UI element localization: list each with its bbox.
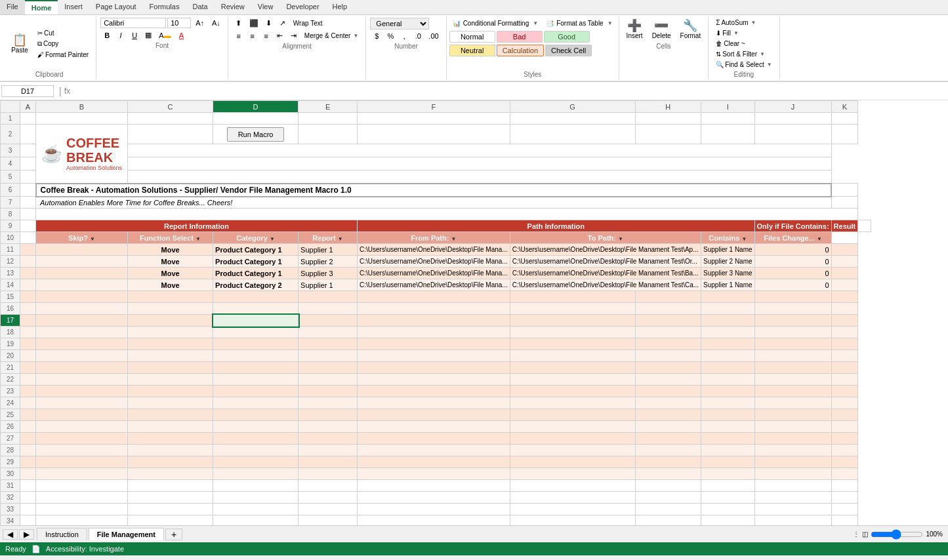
cell-b12[interactable] — [36, 256, 128, 268]
font-size-input[interactable] — [167, 18, 191, 28]
function-subheader[interactable]: Function Select ▼ — [128, 232, 213, 244]
cell-f2[interactable] — [358, 125, 510, 144]
to-path-subheader[interactable]: To Path: ▼ — [510, 232, 701, 244]
insert-button[interactable]: ➕ Insert — [623, 18, 646, 41]
cell-reference-box[interactable] — [1, 85, 54, 97]
autosum-button[interactable]: Σ AutoSum ▼ — [712, 18, 775, 28]
style-calculation[interactable]: Calculation — [497, 45, 544, 56]
cell-h13[interactable]: Supplier 3 Name — [701, 268, 754, 279]
tab-page-layout[interactable]: Page Layout — [89, 0, 143, 14]
decrease-decimal-button[interactable]: .0 — [411, 31, 424, 41]
cell-g16[interactable] — [510, 303, 635, 315]
cell-j16[interactable] — [754, 303, 831, 315]
report-subheader[interactable]: Report ▼ — [299, 232, 358, 244]
fill-button[interactable]: ⬇ Fill ▼ — [712, 28, 775, 38]
cell-c16[interactable] — [128, 303, 213, 315]
to-path-filter-arrow[interactable]: ▼ — [618, 236, 623, 242]
cell-k13[interactable] — [831, 268, 858, 279]
cell-b13[interactable] — [36, 268, 128, 279]
currency-button[interactable]: $ — [370, 31, 383, 41]
cell-g2[interactable] — [510, 125, 635, 144]
files-filter-arrow[interactable]: ▼ — [817, 236, 822, 242]
cell-f12[interactable]: C:\Users\username\OneDrive\Desktop\File … — [358, 256, 510, 268]
col-header-c[interactable]: C — [128, 101, 213, 113]
cell-d14[interactable]: Product Category 2 — [213, 279, 299, 291]
fill-color-button[interactable]: A▬ — [155, 30, 174, 41]
skip-filter-arrow[interactable]: ▼ — [90, 236, 95, 242]
cell-h2[interactable] — [635, 125, 701, 144]
cell-e12[interactable]: Supplier 2 — [299, 256, 358, 268]
cell-j17[interactable] — [754, 315, 831, 327]
style-good[interactable]: Good — [544, 31, 590, 43]
cell-c17[interactable] — [128, 315, 213, 327]
tab-home[interactable]: Home — [25, 0, 58, 14]
cell-d12[interactable]: Product Category 1 — [213, 256, 299, 268]
cell-k12[interactable] — [831, 256, 858, 268]
cell-e16[interactable] — [299, 303, 358, 315]
cell-h14[interactable]: Supplier 1 Name — [701, 279, 754, 291]
cell-e2[interactable] — [299, 125, 358, 144]
cell-c2[interactable] — [128, 125, 213, 144]
cell-i1[interactable] — [701, 113, 754, 125]
cell-d13[interactable]: Product Category 1 — [213, 268, 299, 279]
cell-k9[interactable] — [858, 220, 871, 232]
cell-k10[interactable] — [831, 232, 858, 244]
cell-c15[interactable] — [128, 291, 213, 303]
report-filter-arrow[interactable]: ▼ — [338, 236, 343, 242]
cell-d1[interactable] — [213, 113, 299, 125]
cell-k17[interactable] — [831, 315, 858, 327]
tab-review[interactable]: Review — [215, 0, 251, 14]
contains-subheader[interactable]: Contains ▼ — [701, 232, 754, 244]
cell-d16[interactable] — [213, 303, 299, 315]
align-bottom-button[interactable]: ⬇ — [262, 18, 276, 29]
cell-e15[interactable] — [299, 291, 358, 303]
cell-b16[interactable] — [36, 303, 128, 315]
category-subheader[interactable]: Category ▼ — [213, 232, 299, 244]
cell-d17[interactable] — [213, 315, 299, 327]
cell-d15[interactable] — [213, 291, 299, 303]
cell-g13[interactable]: C:\Users\username\OneDrive\Desktop\File … — [510, 268, 701, 279]
format-as-table-button[interactable]: 📑 Format as Table ▼ — [543, 18, 615, 29]
cell-a13[interactable] — [20, 268, 36, 279]
col-header-d[interactable]: D — [213, 101, 299, 113]
cell-c13[interactable]: Move — [128, 268, 213, 279]
wrap-text-button[interactable]: Wrap Text — [290, 18, 326, 28]
cell-i13[interactable]: 0 — [754, 268, 831, 279]
cell-h15[interactable] — [635, 291, 701, 303]
align-left-button[interactable]: ≡ — [232, 31, 245, 41]
cell-a2[interactable] — [20, 125, 36, 144]
style-bad[interactable]: Bad — [497, 31, 543, 43]
font-size-decrease-button[interactable]: A↓ — [209, 18, 224, 28]
cell-b11[interactable] — [36, 244, 128, 256]
align-middle-button[interactable]: ⬛ — [246, 18, 262, 29]
cell-c12[interactable]: Move — [128, 256, 213, 268]
cell-g15[interactable] — [510, 291, 635, 303]
cell-a14[interactable] — [20, 279, 36, 291]
cell-g1[interactable] — [510, 113, 635, 125]
copy-button[interactable]: ⧉ Copy — [34, 39, 92, 49]
cell-e17[interactable] — [299, 315, 358, 327]
cell-a10[interactable] — [20, 232, 36, 244]
cell-i12[interactable]: 0 — [754, 256, 831, 268]
cell-i11[interactable]: 0 — [754, 244, 831, 256]
cell-a15[interactable] — [20, 291, 36, 303]
percent-button[interactable]: % — [384, 31, 397, 41]
cell-j1[interactable] — [754, 113, 831, 125]
cell-a11[interactable] — [20, 244, 36, 256]
sheet-area[interactable]: A B C D E F G H I J K 1 — [0, 100, 948, 525]
add-sheet-button[interactable]: + — [165, 529, 182, 540]
cell-a12[interactable] — [20, 256, 36, 268]
col-header-b[interactable]: B — [36, 101, 128, 113]
cell-i2[interactable] — [701, 125, 754, 144]
cell-c4[interactable] — [128, 157, 832, 170]
font-color-button[interactable]: A — [175, 30, 188, 41]
col-header-j[interactable]: J — [754, 101, 831, 113]
cell-e14[interactable]: Supplier 1 — [299, 279, 358, 291]
from-path-subheader[interactable]: From Path: ▼ — [358, 232, 510, 244]
cell-c11[interactable]: Move — [128, 244, 213, 256]
cell-h11[interactable]: Supplier 1 Name — [701, 244, 754, 256]
cell-k6[interactable] — [831, 184, 858, 197]
cell-c3[interactable] — [128, 144, 832, 157]
style-normal[interactable]: Normal — [449, 31, 495, 43]
border-button[interactable]: ▦ — [142, 30, 155, 41]
